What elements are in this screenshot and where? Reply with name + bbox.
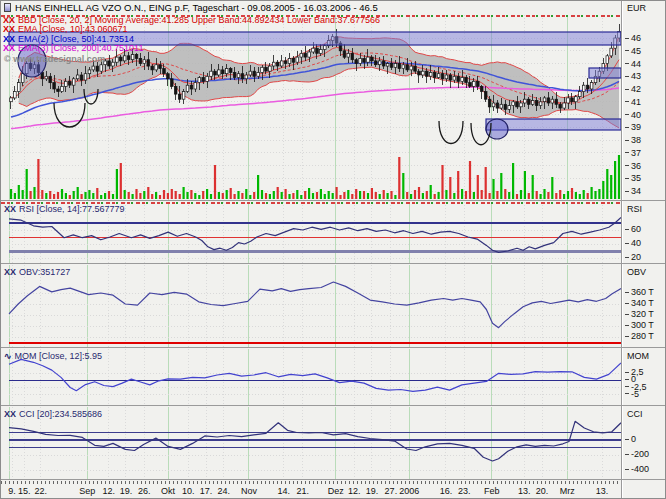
x-axis-label: 17.	[200, 486, 213, 496]
tick-label-text: 340 T	[631, 298, 654, 308]
x-axis-label: 10.	[182, 486, 195, 496]
indicator-legend: XXBBD [Close, 20, 2] Moving Average:41.2…	[3, 16, 380, 54]
tick-label-text: 41	[631, 97, 641, 107]
cci-label-text: CCI [20]:234.585686	[19, 409, 102, 419]
x-axis-label: 13.	[596, 486, 609, 496]
x-axis[interactable]: 9.15.22.Sep12.19.26.Okt10.17.24.Nov14.21…	[1, 479, 666, 499]
tick-mark	[625, 152, 629, 153]
tick-mark	[625, 314, 629, 315]
chart-title: HANS EINHELL AG VZO O.N., EING p.F, Tage…	[15, 2, 378, 13]
rsi-panel: XXRSI [Close, 14]:77.567779 RSI 604020	[1, 200, 666, 263]
mom-line	[9, 359, 621, 391]
rsi-label-text: RSI [Close, 14]:77.567779	[19, 204, 125, 214]
axis-tick-label: -200	[625, 449, 649, 459]
axis-tick-label: 39	[625, 122, 641, 132]
axis-tick-label: 37	[625, 148, 641, 158]
x-axis-label: 27.	[385, 486, 398, 496]
axis-tick-label: 42	[625, 84, 641, 94]
tick-mark	[625, 229, 629, 230]
tick-label-text: 360 T	[631, 287, 654, 297]
x-axis-label: 24.	[218, 486, 231, 496]
legend-item-text: EMA(3) [Close, 200]:40.751011	[18, 43, 143, 53]
x-axis-label: 22.	[35, 486, 48, 496]
axis-tick-label: 41	[625, 97, 641, 107]
axis-tick-label: 38	[625, 135, 641, 145]
tick-mark	[625, 393, 629, 394]
indicator-line-style-icon: XX	[3, 24, 15, 34]
tick-mark	[625, 178, 629, 179]
tick-mark	[625, 63, 629, 64]
axis-tick-label: 60	[625, 224, 641, 234]
tick-label-text: -5	[631, 389, 639, 399]
tick-mark	[625, 50, 629, 51]
tick-label-text: -400	[631, 464, 649, 474]
tick-mark	[625, 114, 629, 115]
tick-mark	[625, 439, 629, 440]
axis-tick-label: 34	[625, 186, 641, 196]
axis-tick-label: -5	[625, 389, 639, 399]
tick-mark	[625, 336, 629, 337]
tick-mark	[625, 292, 629, 293]
axis-tick-label: 300 T	[625, 320, 654, 330]
tick-label-text: 40	[631, 238, 641, 248]
tick-label-text: 36	[631, 161, 641, 171]
x-axis-label: 15.	[18, 486, 31, 496]
obv-label-text: OBV:351727	[19, 267, 70, 277]
tick-mark	[625, 191, 629, 192]
tick-mark	[625, 127, 629, 128]
obv-panel: XXOBV:351727 OBV 360 T340 T320 T300 T280…	[1, 263, 666, 347]
tick-mark	[625, 257, 629, 258]
x-axis-label: 12.	[348, 486, 361, 496]
axis-gutter-price[interactable]: 46454443424140393837363534	[621, 15, 666, 200]
indicator-line-style-icon: XX	[3, 43, 15, 53]
tick-label-text: 0	[631, 434, 636, 444]
x-axis-label: 26.	[138, 486, 151, 496]
axis-title-mom: MOM	[627, 351, 649, 361]
axis-tick-label: 360 T	[625, 287, 654, 297]
obv-line-style-icon: XX	[4, 267, 16, 277]
axis-gutter-rsi[interactable]: RSI 604020	[621, 201, 666, 263]
tick-label-text: 60	[631, 224, 641, 234]
tick-label-text: 34	[631, 186, 641, 196]
legend-item[interactable]: XXEMA(3) [Close, 200]:40.751011	[3, 44, 380, 53]
axis-tick-label: -400	[625, 464, 649, 474]
tick-label-text: 320 T	[631, 309, 654, 319]
cci-label[interactable]: XXCCI [20]:234.585686	[4, 409, 102, 419]
x-axis-label: 12.	[102, 486, 115, 496]
tick-label-text: 39	[631, 122, 641, 132]
x-axis-label: 21.	[296, 486, 309, 496]
obv-line	[9, 282, 621, 328]
x-axis-label: Sep	[79, 486, 95, 496]
tick-mark	[625, 386, 629, 387]
cci-panel: XXCCI [20]:234.585686 CCI 0-200-400	[1, 405, 666, 479]
obv-label[interactable]: XXOBV:351727	[4, 267, 70, 277]
axis-gutter-bottom	[621, 480, 666, 499]
cci-line-style-icon: XX	[4, 409, 16, 419]
axis-tick-label: 45	[625, 46, 641, 56]
tick-label-text: 35	[631, 173, 641, 183]
rsi-label[interactable]: XXRSI [Close, 14]:77.567779	[4, 204, 125, 214]
tick-mark	[625, 76, 629, 77]
mom-label-text: MOM [Close, 12]:5.95	[15, 351, 103, 361]
x-axis-label: 16.	[440, 486, 453, 496]
x-axis-label: Okt	[161, 486, 175, 496]
axis-gutter-obv[interactable]: OBV 360 T340 T320 T300 T280 T	[621, 264, 666, 347]
x-axis-label: Feb	[484, 486, 500, 496]
tick-mark	[625, 379, 629, 380]
x-axis-label: 14.	[278, 486, 291, 496]
x-axis-label: 13.	[518, 486, 531, 496]
x-axis-label: 19.	[366, 486, 379, 496]
axis-tick-label: 35	[625, 173, 641, 183]
axis-gutter-cci[interactable]: CCI 0-200-400	[621, 406, 666, 479]
tick-mark	[625, 454, 629, 455]
axis-gutter-mom[interactable]: MOM 2,50-2,5-5	[621, 348, 666, 405]
tick-mark	[625, 372, 629, 373]
obv-chart[interactable]	[1, 265, 621, 348]
mom-label[interactable]: ∿MOM [Close, 12]:5.95	[4, 351, 102, 361]
tick-mark	[625, 303, 629, 304]
axis-tick-label: 46	[625, 33, 641, 43]
x-axis-label: 2006	[399, 486, 419, 496]
highlight-band[interactable]	[589, 68, 621, 78]
axis-tick-label: 36	[625, 161, 641, 171]
axis-tick-label: 40	[625, 110, 641, 120]
